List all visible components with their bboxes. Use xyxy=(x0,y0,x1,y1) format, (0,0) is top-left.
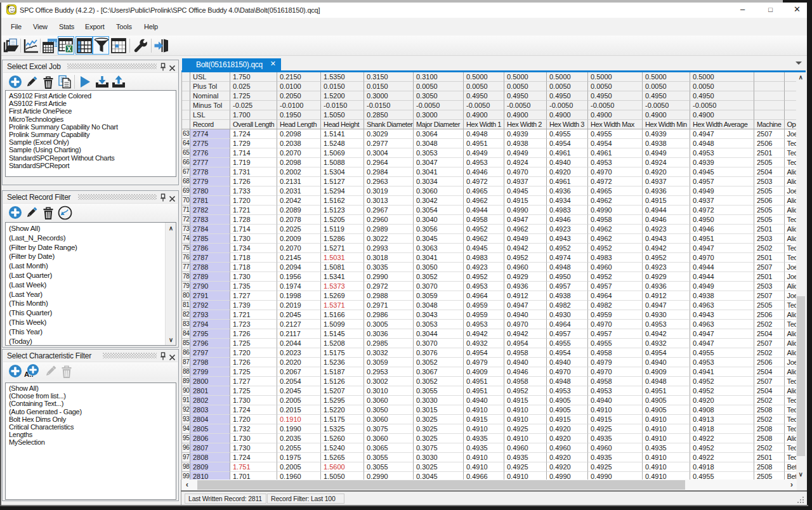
svg-text:A..: A.. xyxy=(24,370,34,378)
svg-text:X: X xyxy=(67,46,72,53)
